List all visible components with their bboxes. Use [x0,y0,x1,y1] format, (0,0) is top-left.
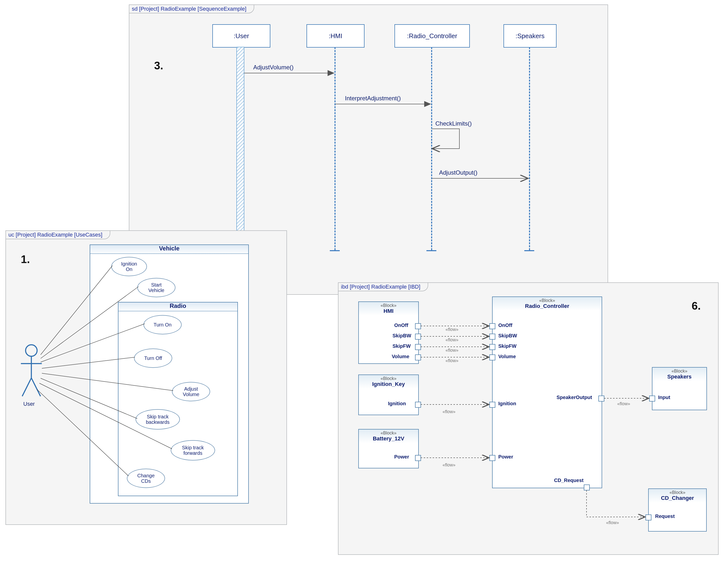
uc-ignition-on: Ignition On [111,257,147,276]
plabel-rc-skipbw: SkipBW [498,333,517,338]
port-rc-speakerout [598,395,604,401]
plabel-ign-ignition: Ignition [388,401,406,406]
port-rc-power-in [489,455,495,461]
uc-skip-forwards: Skip track forwards [171,440,215,460]
plabel-hmi-onoff: OnOff [394,322,408,328]
uc-adjust-volume: Adjust Volume [172,382,210,401]
msg-check-limits: CheckLimits() [435,120,472,127]
ibd-number: 6. [692,300,701,312]
port-rc-onoff-in [489,323,495,329]
uc-number: 1. [21,253,30,266]
plabel-cd-request: Request [655,513,675,519]
flow-label-skipfw: «flow» [446,348,458,353]
plabel-hmi-skipfw: SkipFW [392,343,411,349]
flow-label-skipbw: «flow» [446,337,458,342]
ibd-diagram-frame: ibd [Project] RadioExample [IBD] 6. «Blo… [338,282,719,555]
port-rc-skipfw-in [489,344,495,350]
port-speakers-input [649,395,655,401]
svg-line-10 [31,378,41,396]
port-rc-volume-in [489,354,495,360]
block-cd-changer: «Block» CD_Changer [648,488,707,532]
plabel-rc-power: Power [498,454,513,460]
port-cd-request [645,514,651,520]
uc-start-vehicle: Start Vehicle [137,278,175,297]
uc-frame-title: uc [Project] RadioExample [UseCases] [5,230,110,239]
plabel-hmi-skipbw: SkipBW [392,333,411,338]
svg-rect-2 [237,47,244,250]
msg-adjust-volume: AdjustVolume() [253,64,294,71]
plabel-rc-skipfw: SkipFW [498,343,516,349]
msg-adjust-output: AdjustOutput() [439,169,477,176]
plabel-batt-power: Power [394,454,409,460]
ibd-frame-title: ibd [Project] RadioExample [IBD] [338,282,428,291]
plabel-rc-onoff: OnOff [498,322,512,328]
block-hmi: «Block» HMI [358,301,419,364]
svg-line-9 [22,378,31,396]
uc-skip-backwards: Skip track backwards [136,409,180,429]
port-hmi-skipfw-out [415,344,421,350]
flow-label-cdreq: «flow» [606,520,619,525]
actor-user-icon [20,343,43,399]
block-ignition-key: «Block» Ignition_Key [358,374,419,415]
block-speakers: «Block» Speakers [652,367,707,410]
port-hmi-volume-out [415,354,421,360]
port-hmi-onoff-out [415,323,421,329]
plabel-rc-ignition: Ignition [498,401,516,406]
plabel-speakers-input: Input [658,394,670,400]
port-hmi-skipbw-out [415,334,421,339]
msg-interpret-adj: InterpretAdjustment() [345,95,401,102]
block-battery: «Block» Battery_12V [358,429,419,468]
uc-turn-on: Turn On [143,315,182,334]
port-rc-skipbw-in [489,334,495,339]
uc-turn-off: Turn Off [134,348,172,368]
port-rc-cdreq [584,484,590,490]
plabel-hmi-volume: Volume [392,354,409,359]
plabel-rc-volume: Volume [498,354,516,359]
plabel-rc-speakerout: SpeakerOutput [557,394,592,400]
port-rc-ignition-in [489,402,495,408]
actor-user-label: User [23,401,35,407]
flow-label-onoff: «flow» [446,327,458,332]
port-battery-power-out [415,455,421,461]
uc-radio-container: Radio [118,302,238,496]
uc-change-cds: Change CDs [127,469,165,488]
flow-label-ignition: «flow» [443,409,455,414]
plabel-rc-cdreq: CD_Request [554,478,584,483]
port-ignition-out [415,402,421,408]
uc-vehicle-title: Vehicle [90,245,248,254]
svg-point-6 [26,345,37,356]
uc-radio-title: Radio [118,302,237,311]
use-case-diagram-frame: uc [Project] RadioExample [UseCases] 1. … [5,230,287,525]
flow-label-speakerout: «flow» [617,401,630,406]
flow-label-volume: «flow» [446,358,458,363]
flow-label-power: «flow» [443,462,455,468]
